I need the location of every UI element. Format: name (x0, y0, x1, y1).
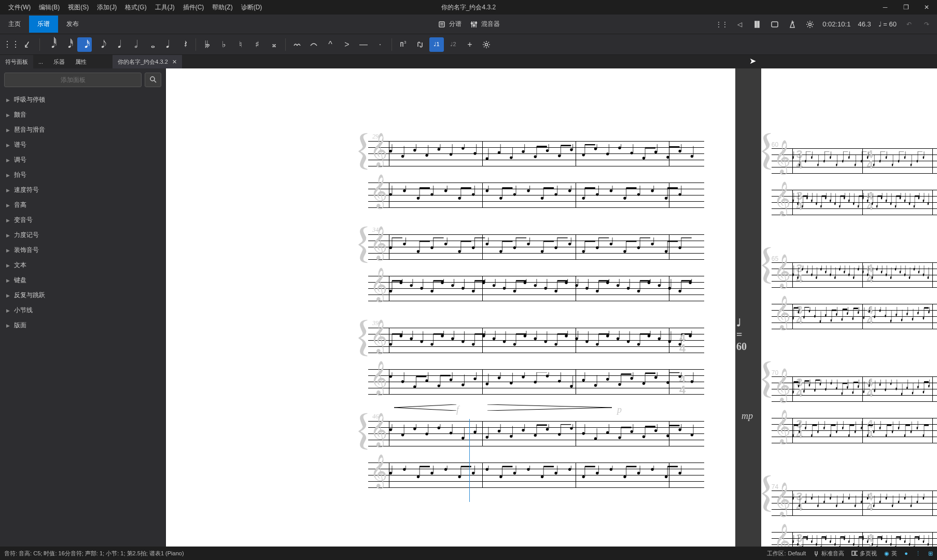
tray-icon-3[interactable]: ⊞ (928, 550, 933, 557)
chevron-right-icon: ▶ (6, 188, 10, 193)
tuplet-button[interactable]: 3 (396, 37, 411, 52)
svg-point-772 (830, 319, 831, 321)
duration-quarter[interactable]: 𝅘𝅥 (110, 37, 125, 52)
voice-2-button[interactable]: ♩2 (446, 37, 460, 52)
document-tab[interactable]: 你的名字_约会4.3.2 ✕ (113, 55, 182, 68)
menu-diagnostic[interactable]: 诊断(D) (237, 1, 267, 14)
sidebar-tab-instruments[interactable]: 乐器 (48, 55, 70, 68)
tenuto-button[interactable]: — (356, 37, 371, 52)
score-canvas[interactable]: 29𝄔𝄞𝄞34𝄔𝄞𝄞39𝄔𝄞𝄞46𝄔𝄞𝄞 ♩ = 60 f p mp 44 44… (166, 68, 937, 547)
palette-item-4[interactable]: ▶调号 (4, 152, 161, 167)
svg-point-361 (438, 384, 440, 387)
menu-add[interactable]: 添加(J) (93, 1, 121, 14)
palette-item-0[interactable]: ▶呼吸与停顿 (4, 92, 161, 107)
toolbar-settings-button[interactable] (479, 37, 494, 52)
menu-edit[interactable]: 编辑(B) (35, 1, 64, 14)
palette-item-7[interactable]: ▶音高 (4, 198, 161, 213)
add-button[interactable]: + (463, 37, 477, 52)
toolbar-grip-icon[interactable]: ⋮⋮ (4, 37, 19, 52)
rewind-button[interactable]: ◁ (734, 19, 745, 30)
duration-whole[interactable]: 𝅝 (144, 37, 158, 52)
svg-point-142 (389, 246, 392, 249)
settings-button[interactable] (805, 19, 815, 30)
svg-point-901 (830, 434, 831, 437)
palette-item-6[interactable]: ▶速度符号 (4, 183, 161, 198)
loop-button[interactable] (770, 19, 780, 30)
pitch-standard[interactable]: 标准音高 (813, 550, 844, 557)
double-sharp-button[interactable]: 𝄪 (267, 37, 281, 52)
palette-item-2[interactable]: ▶琶音与滑音 (4, 122, 161, 137)
treble-staff: 𝄞3444 (772, 148, 937, 173)
menu-file[interactable]: 文件(W) (4, 1, 35, 14)
tray-icon-1[interactable]: ● (904, 550, 908, 556)
redo-button[interactable]: ↷ (921, 19, 932, 30)
duration-half[interactable]: 𝅗𝅥 (127, 37, 142, 52)
window-close[interactable]: ✕ (916, 0, 937, 15)
svg-point-182 (596, 246, 598, 249)
pause-button[interactable] (752, 19, 762, 30)
palette-item-13[interactable]: ▶反复与跳跃 (4, 288, 161, 303)
svg-point-324 (585, 340, 588, 343)
sidebar-tab-properties[interactable]: 属性 (70, 55, 92, 68)
staccato-button[interactable]: · (373, 37, 387, 52)
dot-button[interactable]: 𝅘𝅥. (160, 37, 175, 52)
flat-button[interactable]: ♭ (217, 37, 231, 52)
menu-view[interactable]: 视图(S) (64, 1, 93, 14)
mixer-button[interactable]: 混音器 (470, 20, 500, 29)
rest-button[interactable]: 𝄽 (177, 37, 191, 52)
palette-search-input[interactable] (4, 73, 142, 87)
voice-1-button[interactable]: ♩1 (429, 37, 444, 52)
marcato-button[interactable]: ^ (323, 37, 338, 52)
close-icon[interactable]: ✕ (172, 59, 177, 65)
svg-point-608 (797, 202, 798, 205)
tab-publish[interactable]: 发布 (58, 16, 87, 33)
svg-point-532 (651, 468, 653, 471)
palette-item-3[interactable]: ▶谱号 (4, 137, 161, 152)
menu-help[interactable]: 帮助(Z) (208, 1, 236, 14)
flip-button[interactable] (413, 37, 427, 52)
search-button[interactable] (145, 73, 161, 87)
palette-item-5[interactable]: ▶拍号 (4, 167, 161, 183)
undo-button[interactable]: ↶ (904, 19, 914, 30)
sharp-button[interactable]: ♯ (250, 37, 264, 52)
tab-score[interactable]: 乐谱 (29, 16, 58, 33)
duration-16th[interactable]: 𝅘𝅥𝅯 (77, 37, 92, 52)
menu-plugins[interactable]: 插件(C) (179, 1, 208, 14)
duration-32nd[interactable]: 𝅘𝅥𝅰 (61, 37, 75, 52)
chevron-right-icon: ▶ (6, 218, 10, 223)
grip-icon[interactable]: ⋮⋮ (717, 19, 727, 30)
workspace-selector[interactable]: 工作区: Default (767, 550, 806, 557)
palette-item-15[interactable]: ▶版面 (4, 318, 161, 333)
parts-button[interactable]: 分谱 (438, 20, 461, 29)
view-mode[interactable]: 多页视 (851, 550, 877, 557)
tray-icon-2[interactable]: ⋮ (915, 550, 921, 557)
duration-64th[interactable]: 𝅘𝅥𝅱 (44, 37, 59, 52)
accent-button[interactable]: > (340, 37, 354, 52)
duration-8th[interactable]: 𝅘𝅥𝅮 (94, 37, 108, 52)
palette-item-14[interactable]: ▶小节线 (4, 303, 161, 318)
sidebar-tab-more[interactable]: ... (33, 55, 48, 68)
palette-item-8[interactable]: ▶变音号 (4, 213, 161, 228)
tie-button[interactable] (290, 37, 304, 52)
svg-line-543 (487, 408, 612, 411)
chevron-right-icon: ▶ (6, 263, 10, 268)
ime-indicator[interactable]: ◉ 英 (884, 550, 897, 557)
double-flat-button[interactable]: 𝄫 (200, 37, 215, 52)
palette-item-11[interactable]: ▶文本 (4, 258, 161, 273)
metronome-button[interactable] (787, 19, 798, 30)
window-minimize[interactable]: ─ (875, 0, 896, 15)
svg-point-933 (904, 434, 905, 437)
menu-format[interactable]: 格式(G) (121, 1, 150, 14)
natural-button[interactable]: ♮ (233, 37, 248, 52)
palette-item-1[interactable]: ▶颤音 (4, 107, 161, 122)
svg-point-840 (836, 387, 837, 389)
window-maximize[interactable]: ❐ (896, 0, 916, 15)
palette-item-10[interactable]: ▶装饰音号 (4, 243, 161, 258)
palette-item-9[interactable]: ▶力度记号 (4, 228, 161, 243)
slur-button[interactable] (306, 37, 321, 52)
palette-item-12[interactable]: ▶键盘 (4, 273, 161, 288)
note-input-button[interactable] (21, 37, 35, 52)
sidebar-tab-palette[interactable]: 符号面板 (0, 55, 33, 68)
menu-tools[interactable]: 工具(J) (151, 1, 179, 14)
tab-home[interactable]: 主页 (0, 16, 29, 33)
